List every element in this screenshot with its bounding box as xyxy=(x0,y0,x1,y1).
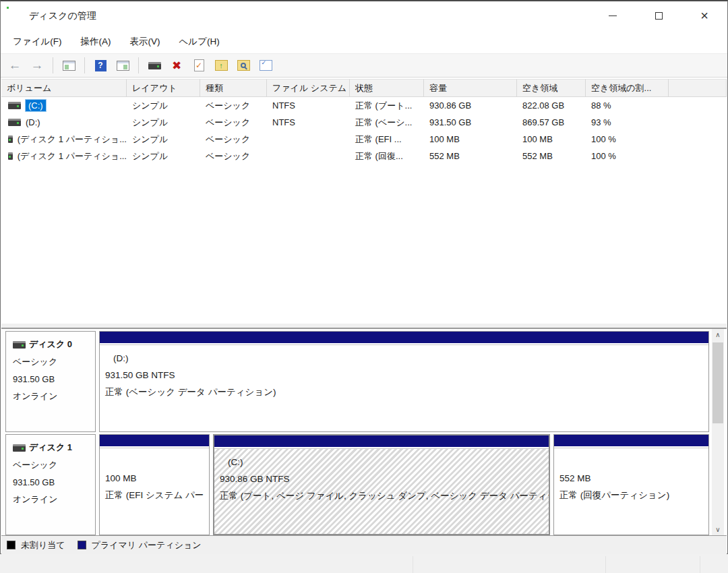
close-button[interactable]: × xyxy=(681,1,727,30)
graphical-view: ディスク 0 ベーシック 931.50 GB オンライン (D:) 931.50… xyxy=(1,329,727,554)
close-icon: × xyxy=(700,9,708,22)
cell-status: 正常 (ベーシ... xyxy=(350,114,424,131)
volume-icon xyxy=(8,135,13,143)
partition-label xyxy=(559,453,703,470)
partition-efi[interactable]: 100 MB 正常 (EFI システム パー xyxy=(99,434,210,535)
cell-layout: シンプル xyxy=(127,131,200,148)
device-view-button[interactable] xyxy=(146,57,163,74)
column-header-status[interactable]: 状態 xyxy=(350,79,424,97)
scrollbar-thumb[interactable] xyxy=(712,342,723,423)
partition-size-fs: 552 MB xyxy=(559,470,703,487)
folder-explore-button[interactable] xyxy=(235,57,252,74)
cell-type: ベーシック xyxy=(200,97,267,114)
device-view-icon xyxy=(148,62,161,69)
help-button[interactable]: ? xyxy=(92,57,109,74)
check-document-icon: ✓ xyxy=(194,59,204,71)
column-header-layout[interactable]: レイアウト xyxy=(127,79,200,97)
cell-free-pct: 100 % xyxy=(586,131,669,148)
column-header-filler xyxy=(669,79,727,97)
cell-status: 正常 (EFI ... xyxy=(350,131,424,148)
partition-size-fs: 100 MB xyxy=(105,470,204,487)
folder-up-icon: ↑ xyxy=(215,60,228,71)
vertical-scrollbar[interactable]: ∧ ∨ xyxy=(712,329,724,535)
delete-volume-button[interactable]: ✖ xyxy=(168,57,185,74)
cell-fs xyxy=(267,131,350,148)
legend-swatch-primary xyxy=(78,541,86,549)
disk-size: 931.50 GB xyxy=(13,374,95,384)
toolbar-separator xyxy=(84,57,85,73)
cell-free-pct: 88 % xyxy=(586,97,669,114)
partition-d[interactable]: (D:) 931.50 GB NTFS 正常 (ベーシック データ パーティショ… xyxy=(99,331,709,432)
partition-size-fs: 931.50 GB NTFS xyxy=(105,367,703,384)
volume-label: (ディスク 1 パーティショ... xyxy=(18,133,127,146)
column-header-free-pct[interactable]: 空き領域の割... xyxy=(586,79,669,97)
task-list-icon: ✓ xyxy=(260,60,272,71)
cell-fs: NTFS xyxy=(267,114,350,131)
action-pane-button[interactable] xyxy=(114,57,131,74)
task-list-button[interactable]: ✓ xyxy=(257,57,274,74)
cell-layout: シンプル xyxy=(127,114,200,131)
cell-free: 822.08 GB xyxy=(517,97,586,114)
disk-0-label[interactable]: ディスク 0 ベーシック 931.50 GB オンライン xyxy=(5,331,96,432)
scroll-up-icon[interactable]: ∧ xyxy=(712,329,724,340)
partition-color-bar xyxy=(214,435,549,448)
column-header-filesystem[interactable]: ファイル システム xyxy=(267,79,350,97)
partition-c[interactable]: (C:) 930.86 GB NTFS 正常 (ブート, ページ ファイル, ク… xyxy=(213,434,550,535)
disk-type: ベーシック xyxy=(13,459,95,471)
volume-list: ボリューム レイアウト 種類 ファイル システム 状態 容量 空き領域 空き領域… xyxy=(1,79,727,324)
menu-file[interactable]: ファイル(F) xyxy=(13,36,62,48)
column-header-volume[interactable]: ボリューム xyxy=(1,79,127,97)
pane-splitter[interactable] xyxy=(1,324,727,329)
desktop-background xyxy=(0,554,728,573)
cell-free: 869.57 GB xyxy=(517,114,586,131)
console-tree-button[interactable] xyxy=(60,57,78,74)
partition-recovery[interactable]: 552 MB 正常 (回復パーティション) xyxy=(553,434,709,535)
disk-1-label[interactable]: ディスク 1 ベーシック 931.50 GB オンライン xyxy=(5,434,96,535)
scroll-down-icon[interactable]: ∨ xyxy=(712,524,724,535)
toolbar: ← → ? ✖ ✓ ↑ ✓ xyxy=(1,53,727,78)
disk-1-row: ディスク 1 ベーシック 931.50 GB オンライン 100 MB 正常 (… xyxy=(5,434,709,535)
table-row-efi-partition[interactable]: (ディスク 1 パーティショ... シンプル ベーシック 正常 (EFI ...… xyxy=(1,131,727,148)
volume-icon xyxy=(8,119,21,126)
divider xyxy=(700,556,700,573)
minimize-button[interactable] xyxy=(590,1,636,30)
cell-layout: シンプル xyxy=(127,148,200,164)
cell-capacity: 100 MB xyxy=(424,131,517,148)
check-document-button[interactable]: ✓ xyxy=(190,57,208,74)
menu-view[interactable]: 表示(V) xyxy=(130,36,160,48)
folder-search-icon xyxy=(237,60,250,71)
partition-label xyxy=(105,453,204,470)
menu-action[interactable]: 操作(A) xyxy=(81,36,111,48)
partition-label: (C:) xyxy=(220,454,543,471)
menu-help[interactable]: ヘルプ(H) xyxy=(179,36,220,48)
legend-bar: 未割り当て プライマリ パーティション xyxy=(1,535,727,554)
partition-size-fs: 930.86 GB NTFS xyxy=(220,471,543,487)
forward-icon: → xyxy=(31,58,44,73)
titlebar[interactable]: ディスクの管理 × xyxy=(1,1,727,30)
table-row-volume-c[interactable]: (C:) シンプル ベーシック NTFS 正常 (ブート... 930.86 G… xyxy=(1,97,727,114)
table-row-recovery-partition[interactable]: (ディスク 1 パーティショ... シンプル ベーシック 正常 (回復... 5… xyxy=(1,148,727,164)
action-pane-icon xyxy=(117,61,129,71)
toolbar-separator xyxy=(138,57,139,73)
back-button[interactable]: ← xyxy=(6,57,24,74)
cell-capacity: 931.50 GB xyxy=(424,114,517,131)
window-title: ディスクの管理 xyxy=(29,10,96,22)
help-icon: ? xyxy=(95,60,107,71)
partition-status: 正常 (ベーシック データ パーティション) xyxy=(105,384,703,400)
cell-fs xyxy=(267,148,350,164)
cell-layout: シンプル xyxy=(127,97,200,114)
column-header-type[interactable]: 種類 xyxy=(200,79,267,97)
disk-type: ベーシック xyxy=(13,356,95,368)
console-tree-icon xyxy=(63,61,75,71)
cell-free-pct: 100 % xyxy=(586,148,669,164)
forward-button[interactable]: → xyxy=(28,57,46,74)
maximize-icon xyxy=(655,12,663,20)
column-header-free[interactable]: 空き領域 xyxy=(517,79,586,97)
maximize-button[interactable] xyxy=(636,1,681,30)
column-header-capacity[interactable]: 容量 xyxy=(424,79,517,97)
legend-swatch-unallocated xyxy=(7,541,16,549)
folder-open-button[interactable]: ↑ xyxy=(212,57,230,74)
partition-color-bar xyxy=(554,435,708,448)
table-row-volume-d[interactable]: (D:) シンプル ベーシック NTFS 正常 (ベーシ... 931.50 G… xyxy=(1,114,727,131)
partition-label: (D:) xyxy=(105,350,703,367)
